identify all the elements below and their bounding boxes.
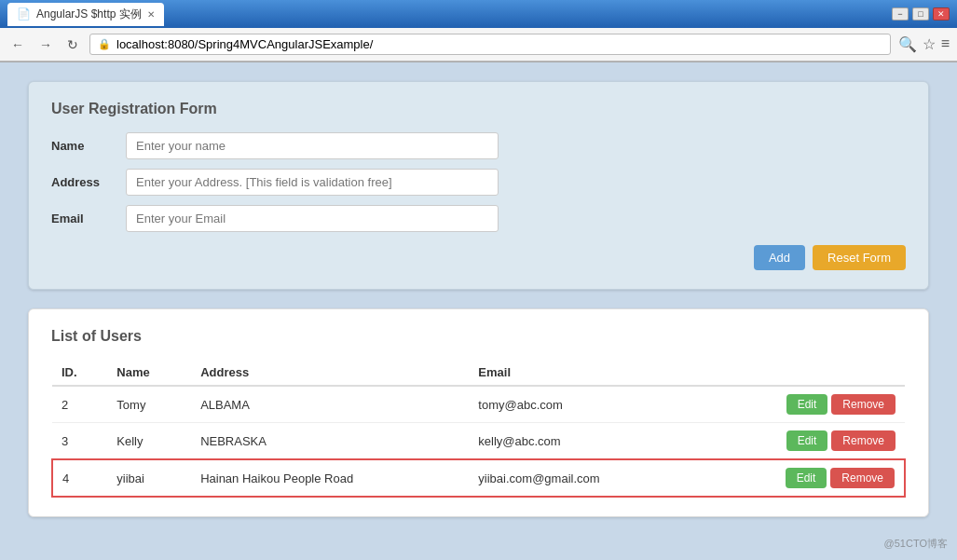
page-content: User Registration Form Name Address Emai… <box>0 62 957 560</box>
email-row: Email <box>51 205 906 232</box>
url-icon: 🔒 <box>98 38 111 50</box>
users-list-card: List of Users ID. Name Address Email 2To… <box>28 308 929 517</box>
cell-name: Kelly <box>107 423 191 460</box>
edit-button[interactable]: Edit <box>786 394 828 415</box>
maximize-button[interactable]: □ <box>912 7 929 20</box>
table-header-row: ID. Name Address Email <box>52 360 905 386</box>
back-button[interactable]: ← <box>7 35 28 54</box>
col-name: Name <box>107 360 191 386</box>
address-bar: ← → ↻ 🔒 localhost:8080/Spring4MVCAngular… <box>0 28 957 61</box>
reset-button[interactable]: Reset Form <box>813 245 906 270</box>
email-label: Email <box>51 212 126 225</box>
col-email: Email <box>469 360 695 386</box>
minimize-button[interactable]: − <box>892 7 909 20</box>
cell-email: tomy@abc.com <box>469 386 695 423</box>
cell-email: kelly@abc.com <box>469 423 695 460</box>
edit-button[interactable]: Edit <box>786 468 827 488</box>
menu-icon[interactable]: ≡ <box>941 35 950 53</box>
name-label: Name <box>51 139 126 153</box>
title-bar: 📄 AngularJS $http 实例 ✕ − □ ✕ <box>0 0 957 28</box>
remove-button[interactable]: Remove <box>831 430 895 451</box>
cell-id: 3 <box>52 423 107 460</box>
forward-button[interactable]: → <box>35 35 56 54</box>
cell-address: NEBRASKA <box>191 423 469 460</box>
cell-name: Tomy <box>107 386 191 423</box>
users-list-title: List of Users <box>51 328 906 345</box>
cell-id: 4 <box>52 459 107 497</box>
cell-actions: EditRemove <box>696 386 905 423</box>
close-button[interactable]: ✕ <box>933 7 950 20</box>
cell-name: yiibai <box>107 459 191 497</box>
address-bar-right: 🔍 ☆ ≡ <box>898 35 950 53</box>
browser-chrome: 📄 AngularJS $http 实例 ✕ − □ ✕ ← → ↻ 🔒 loc… <box>0 0 957 62</box>
col-actions <box>696 360 905 386</box>
search-icon[interactable]: 🔍 <box>898 35 917 53</box>
cell-actions: EditRemove <box>696 423 905 460</box>
remove-button[interactable]: Remove <box>830 468 895 488</box>
tab-close-button[interactable]: ✕ <box>147 9 155 20</box>
window-controls: − □ ✕ <box>892 7 950 20</box>
registration-form-card: User Registration Form Name Address Emai… <box>28 81 929 290</box>
bookmark-icon[interactable]: ☆ <box>923 35 936 53</box>
address-input[interactable] <box>126 169 499 196</box>
cell-address: Hainan Haikou People Road <box>191 459 469 497</box>
url-text: localhost:8080/Spring4MVCAngularJSExampl… <box>116 37 373 51</box>
reload-button[interactable]: ↻ <box>63 35 82 54</box>
users-table: ID. Name Address Email 2TomyALBAMAtomy@a… <box>51 360 906 498</box>
tab-icon: 📄 <box>17 7 31 20</box>
form-title: User Registration Form <box>51 101 906 117</box>
edit-button[interactable]: Edit <box>786 430 828 451</box>
col-address: Address <box>191 360 469 386</box>
browser-tab[interactable]: 📄 AngularJS $http 实例 ✕ <box>7 3 164 26</box>
col-id: ID. <box>52 360 107 386</box>
table-row: 2TomyALBAMAtomy@abc.comEditRemove <box>52 386 905 423</box>
cell-id: 2 <box>52 386 107 423</box>
tab-title: AngularJS $http 实例 <box>36 7 142 22</box>
cell-address: ALBAMA <box>191 386 469 423</box>
table-row: 4yiibaiHainan Haikou People Roadyiibai.c… <box>52 459 905 497</box>
form-actions: Add Reset Form <box>51 245 906 270</box>
url-input[interactable]: 🔒 localhost:8080/Spring4MVCAngularJSExam… <box>89 34 891 55</box>
address-row: Address <box>51 169 906 196</box>
title-bar-left: 📄 AngularJS $http 实例 ✕ <box>7 3 164 26</box>
add-button[interactable]: Add <box>754 245 805 270</box>
name-input[interactable] <box>126 132 499 159</box>
name-row: Name <box>51 132 906 159</box>
table-row: 3KellyNEBRASKAkelly@abc.comEditRemove <box>52 423 905 460</box>
email-input[interactable] <box>126 205 499 232</box>
watermark: @51CTO博客 <box>884 537 948 551</box>
cell-email: yiibai.com@gmail.com <box>469 459 695 497</box>
cell-actions: EditRemove <box>696 459 905 497</box>
address-label: Address <box>51 175 126 189</box>
remove-button[interactable]: Remove <box>831 394 895 415</box>
